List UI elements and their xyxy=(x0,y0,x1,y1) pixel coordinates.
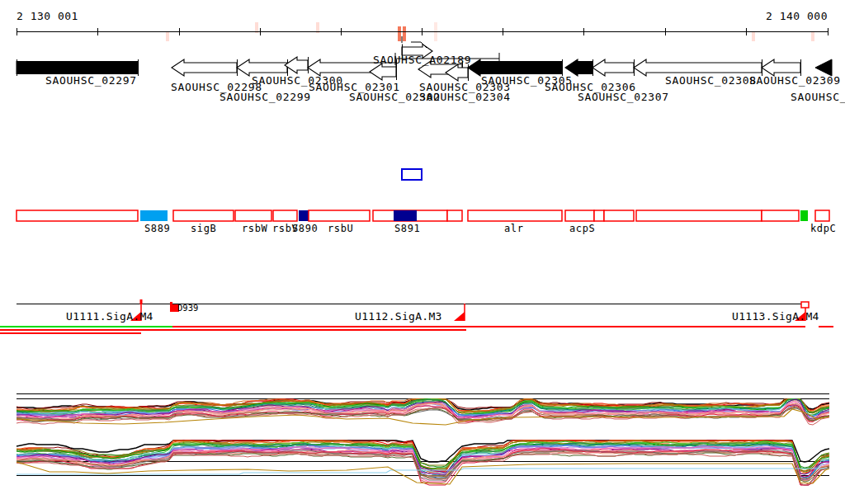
flag-box-notch xyxy=(170,302,172,305)
ruler-variant-mark xyxy=(811,31,814,41)
flag-pennant[interactable] xyxy=(454,312,465,321)
feature-box[interactable] xyxy=(17,210,138,221)
feature-label[interactable]: acpS xyxy=(569,224,595,233)
feature-box[interactable] xyxy=(140,210,168,221)
gene-label[interactable]: SAOUHSC_02299 xyxy=(220,92,311,102)
genome-browser-canvas: 2 130 001 2 140 000 SAOUHSC_02297SAOUHSC… xyxy=(0,0,845,504)
feature-box[interactable] xyxy=(636,210,762,221)
feature-box[interactable] xyxy=(762,210,799,221)
gene-arrow[interactable] xyxy=(237,59,287,76)
flag-top-square xyxy=(801,302,809,308)
gene-label[interactable]: SAOUHSC_02307 xyxy=(578,92,669,102)
flag-label[interactable]: D939 xyxy=(177,304,198,313)
selection-box[interactable] xyxy=(402,169,422,180)
feature-box[interactable] xyxy=(299,210,309,221)
feature-box[interactable] xyxy=(800,210,808,221)
flag-top-tick xyxy=(140,299,143,304)
ruler-variant-mark xyxy=(752,31,755,41)
feature-box[interactable] xyxy=(565,210,594,221)
flag-label[interactable]: U1113.SigA.M4 xyxy=(732,311,819,322)
gene-arrow[interactable] xyxy=(592,59,634,76)
gene-arrow[interactable] xyxy=(565,59,592,76)
feature-label[interactable]: S891 xyxy=(394,224,420,233)
gene-arrow[interactable] xyxy=(285,57,308,73)
feature-label[interactable]: S889 xyxy=(144,224,170,233)
gene-label[interactable]: SAOUHSC_02308 xyxy=(665,75,757,86)
feature-box[interactable] xyxy=(173,210,234,221)
feature-label[interactable]: rsbU xyxy=(328,224,353,233)
gene-arrow[interactable] xyxy=(762,59,800,76)
feature-label[interactable]: alr xyxy=(504,224,523,233)
gene-arrow[interactable] xyxy=(815,59,832,76)
gene-label[interactable]: SAOUHSC_A02189 xyxy=(373,54,471,65)
ruler-variant-mark xyxy=(398,26,401,41)
gene-label[interactable]: SAOUHSC_02297 xyxy=(45,75,137,86)
gene-label[interactable]: SAOUHSC_02309 xyxy=(749,75,841,86)
ruler-variant-mark xyxy=(166,31,169,41)
feature-box[interactable] xyxy=(468,210,562,221)
feature-label[interactable]: rsbW xyxy=(242,224,267,233)
feature-box[interactable] xyxy=(309,210,370,221)
feature-label[interactable]: S890 xyxy=(292,224,318,233)
feature-box[interactable] xyxy=(394,210,417,221)
gene-label[interactable]: SAOUHSC_02304 xyxy=(419,92,511,102)
feature-box[interactable] xyxy=(594,210,604,221)
feature-box[interactable] xyxy=(447,210,462,221)
gene-arrow[interactable] xyxy=(172,59,237,76)
feature-box[interactable] xyxy=(273,210,297,221)
gene-arrow[interactable] xyxy=(468,59,562,76)
ruler-variant-mark xyxy=(403,26,406,41)
flag-label[interactable]: U1112.SigA.M3 xyxy=(355,311,442,322)
gene-arrow[interactable] xyxy=(17,62,138,74)
feature-box[interactable] xyxy=(815,210,829,221)
feature-label[interactable]: kdpC xyxy=(810,224,836,233)
feature-label[interactable]: sigB xyxy=(191,224,216,233)
feature-box[interactable] xyxy=(604,210,634,221)
flag-label[interactable]: U1111.SigA.M4 xyxy=(66,311,153,322)
feature-box[interactable] xyxy=(235,210,271,221)
gene-label[interactable]: SAOUHSC_02310 xyxy=(791,92,845,102)
gene-arrow[interactable] xyxy=(634,59,762,76)
